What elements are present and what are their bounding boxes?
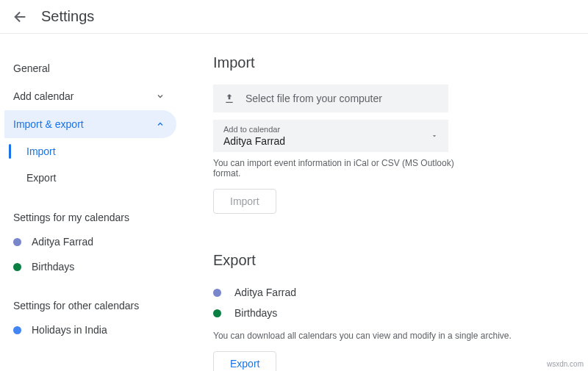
calendar-color-dot (213, 309, 221, 317)
chevron-down-icon (156, 92, 165, 101)
upload-icon (223, 93, 235, 104)
back-button[interactable] (12, 8, 29, 26)
dropdown-icon (431, 132, 438, 140)
select-file-button[interactable]: Select file from your computer (213, 84, 448, 112)
calendar-color-dot (13, 238, 21, 246)
export-section-title: Export (213, 252, 566, 269)
subnav-label: Import (26, 145, 56, 157)
sidebar-calendar-item[interactable]: Aditya Farrad (4, 229, 176, 254)
import-helper-text: You can import event information in iCal… (213, 158, 478, 179)
watermark: wsxdn.com (547, 360, 584, 368)
import-section-title: Import (213, 54, 566, 71)
nav-add-calendar[interactable]: Add calendar (4, 82, 176, 110)
subnav-label: Export (26, 172, 56, 184)
arrow-left-icon (12, 9, 29, 25)
calendar-color-dot (13, 326, 21, 334)
main-content: Import Select file from your computer Ad… (176, 34, 588, 371)
chevron-up-icon (156, 120, 165, 129)
select-label: Add to calendar (223, 124, 285, 134)
section-header-other-calendars: Settings for other calendars (4, 279, 176, 317)
nav-import-export[interactable]: Import & export (4, 110, 176, 138)
calendar-label: Birthdays (234, 307, 277, 319)
button-label: Import (230, 195, 259, 207)
nav-label: Add calendar (13, 90, 74, 102)
sidebar-calendar-item[interactable]: Birthdays (4, 254, 176, 279)
calendar-label: Aditya Farrad (32, 236, 93, 248)
button-label: Export (230, 358, 259, 370)
nav-label: Import & export (13, 118, 84, 130)
nav-label: General (13, 62, 50, 74)
calendar-label: Aditya Farrad (234, 287, 296, 298)
sidebar: General Add calendar Import & export Imp… (0, 34, 176, 371)
nav-general[interactable]: General (4, 54, 176, 82)
subnav-export[interactable]: Export (4, 165, 176, 191)
import-button[interactable]: Import (213, 189, 276, 214)
calendar-label: Holidays in India (32, 324, 107, 336)
sidebar-calendar-item[interactable]: Holidays in India (4, 317, 176, 342)
select-value: Aditya Farrad (223, 134, 285, 148)
select-file-label: Select file from your computer (245, 93, 382, 104)
export-button[interactable]: Export (213, 351, 276, 371)
calendar-color-dot (213, 289, 221, 297)
export-calendar-list: Aditya Farrad Birthdays (213, 282, 566, 323)
export-helper-text: You can download all calendars you can v… (213, 331, 522, 341)
header: Settings (0, 0, 588, 34)
add-to-calendar-select[interactable]: Add to calendar Aditya Farrad (213, 120, 448, 152)
calendar-color-dot (13, 263, 21, 271)
export-calendar-item: Birthdays (213, 303, 566, 323)
subnav-import[interactable]: Import (4, 138, 176, 165)
section-header-my-calendars: Settings for my calendars (4, 191, 176, 229)
calendar-label: Birthdays (32, 261, 74, 273)
export-calendar-item: Aditya Farrad (213, 282, 566, 303)
page-title: Settings (41, 8, 94, 25)
